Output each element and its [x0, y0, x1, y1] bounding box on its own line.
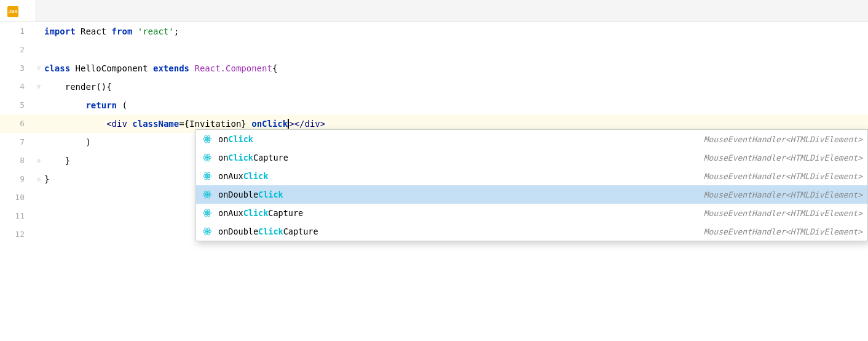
autocomplete-dropdown: onClickMouseEventHandler<HTMLDivElement>… — [195, 129, 868, 241]
svg-point-16 — [206, 212, 208, 214]
ac-label-part: Click — [228, 153, 253, 162]
ac-label-1: onClickCapture — [218, 153, 704, 162]
ac-type-1: MouseEventHandler<HTMLDivElement> — [704, 153, 862, 162]
ac-label-part: on — [218, 153, 228, 162]
ac-label-part: Click — [258, 190, 283, 199]
ac-label-5: onDoubleClickCapture — [218, 227, 704, 236]
ac-label-2: onAuxClick — [218, 171, 704, 181]
line-number-2: 2 — [0, 41, 32, 59]
token-kw-from: from — [112, 22, 133, 41]
code-line-4: 4▽ render(){ — [0, 78, 868, 96]
react-icon-5 — [201, 225, 213, 238]
tab-completion-jsx[interactable]: JSX — [0, 0, 36, 22]
svg-point-0 — [206, 138, 208, 140]
token-plain — [189, 59, 194, 78]
fold-icon-line-4[interactable]: ▽ — [34, 82, 43, 91]
line-number-7: 7 — [0, 133, 32, 151]
line-content-1: import React from 'react'; — [32, 22, 868, 41]
autocomplete-item-1[interactable]: onClickCaptureMouseEventHandler<HTMLDivE… — [196, 148, 867, 167]
token-plain: React — [76, 22, 112, 41]
editor: 1import React from 'react';23▽class Hell… — [0, 22, 868, 341]
ac-label-part: on — [218, 134, 228, 144]
token-plain: ( — [117, 96, 127, 114]
autocomplete-item-2[interactable]: onAuxClickMouseEventHandler<HTMLDivEleme… — [196, 167, 867, 185]
token-plain: = — [179, 114, 184, 133]
ac-label-part: Capture — [283, 227, 318, 236]
fold-icon-line-8[interactable]: ◇ — [34, 156, 43, 165]
token-plain: render(){ — [44, 78, 112, 96]
token-plain — [127, 114, 132, 133]
svg-point-12 — [206, 193, 208, 195]
token-plain: ) — [44, 133, 91, 151]
line-number-1: 1 — [0, 22, 32, 41]
ac-type-0: MouseEventHandler<HTMLDivElement> — [704, 135, 862, 144]
ac-label-part: Click — [228, 134, 253, 144]
react-icon-2 — [201, 170, 213, 182]
ac-label-3: onDoubleClick — [218, 190, 704, 199]
react-icon-4 — [201, 207, 213, 219]
autocomplete-item-4[interactable]: onAuxClickCaptureMouseEventHandler<HTMLD… — [196, 204, 867, 222]
line-content-4: ▽ render(){ — [32, 78, 868, 96]
token-plain: } — [44, 170, 49, 188]
token-kw-import: import — [44, 22, 76, 41]
svg-point-8 — [206, 175, 208, 177]
react-icon-3 — [201, 188, 213, 201]
ac-label-part: on — [218, 227, 228, 236]
ac-label-0: onClick — [218, 134, 704, 144]
code-line-5: 5 return ( — [0, 96, 868, 114]
token-react-name: React.Component — [194, 59, 272, 78]
line-number-3: 3 — [0, 59, 32, 78]
ac-label-part: Capture — [253, 153, 288, 162]
token-plain: } — [44, 151, 70, 170]
ac-label-part: Aux — [228, 208, 243, 218]
ac-label-part: on — [218, 208, 228, 218]
token-plain — [132, 22, 137, 41]
line-number-10: 10 — [0, 188, 32, 207]
token-attr-name: className — [132, 114, 179, 133]
line-content-5: return ( — [32, 96, 868, 114]
ac-label-part: Double — [228, 190, 258, 199]
svg-point-4 — [206, 156, 208, 158]
token-plain — [44, 114, 106, 133]
ac-label-part: Click — [243, 208, 269, 218]
autocomplete-item-0[interactable]: onClickMouseEventHandler<HTMLDivElement> — [196, 130, 867, 148]
ac-type-3: MouseEventHandler<HTMLDivElement> — [704, 190, 862, 199]
line-number-12: 12 — [0, 225, 32, 244]
ac-label-part: Double — [228, 227, 258, 236]
code-line-2: 2 — [0, 41, 868, 59]
autocomplete-item-5[interactable]: onDoubleClickCaptureMouseEventHandler<HT… — [196, 222, 867, 241]
ac-type-5: MouseEventHandler<HTMLDivElement> — [704, 227, 862, 236]
code-line-1: 1import React from 'react'; — [0, 22, 868, 41]
autocomplete-item-3[interactable]: onDoubleClickMouseEventHandler<HTMLDivEl… — [196, 185, 867, 204]
line-number-5: 5 — [0, 96, 32, 114]
react-icon-1 — [201, 151, 213, 164]
ac-label-part: on — [218, 171, 228, 181]
line-content-3: ▽class HelloComponent extends React.Comp… — [32, 59, 868, 78]
token-tag: <div — [106, 114, 127, 133]
line-content-2 — [32, 41, 868, 59]
jsx-icon: JSX — [7, 6, 18, 17]
ac-type-4: MouseEventHandler<HTMLDivElement> — [704, 209, 862, 218]
ac-label-part: Click — [258, 227, 283, 236]
ac-type-2: MouseEventHandler<HTMLDivElement> — [704, 172, 862, 181]
line-number-8: 8 — [0, 151, 32, 170]
line-number-4: 4 — [0, 78, 32, 96]
token-kw-extends: extends — [153, 59, 189, 78]
code-area[interactable]: 1import React from 'react';23▽class Hell… — [0, 22, 868, 341]
ac-label-part: on — [218, 190, 228, 199]
ac-label-4: onAuxClickCapture — [218, 208, 704, 218]
react-icon-0 — [201, 133, 213, 145]
token-str: 'react' — [138, 22, 174, 41]
fold-icon-line-9[interactable]: ◇ — [34, 175, 43, 183]
fold-icon-line-3[interactable]: ▽ — [34, 64, 43, 73]
token-plain: HelloComponent — [70, 59, 153, 78]
token-kw-return: return — [85, 96, 117, 114]
ac-label-part: Capture — [268, 208, 303, 218]
line-number-6: 6 — [0, 114, 32, 133]
token-plain: { — [272, 59, 277, 78]
line-number-11: 11 — [0, 207, 32, 225]
code-line-3: 3▽class HelloComponent extends React.Com… — [0, 59, 868, 78]
svg-point-20 — [206, 230, 208, 232]
token-plain — [44, 96, 85, 114]
ac-label-part: Aux — [228, 171, 243, 181]
